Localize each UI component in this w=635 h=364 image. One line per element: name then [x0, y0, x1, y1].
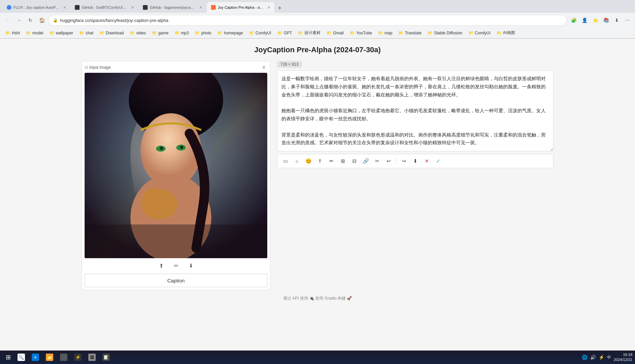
tab-label-1: FLUX : Joy caption AutoPro... — [13, 5, 60, 9]
toolbar-layout[interactable]: ⊟ — [349, 156, 360, 166]
toolbar-pencil[interactable]: ✏ — [326, 156, 337, 166]
media-icon: 🎵 — [60, 354, 67, 361]
collections-button[interactable]: 📚 — [601, 16, 611, 25]
favorite-button[interactable]: ⭐ — [591, 16, 600, 25]
url-text: huggingface.co/spaces/fancyfeast/joy-cap… — [60, 18, 563, 23]
back-button[interactable]: ← — [3, 16, 12, 25]
bookmark-youtube[interactable]: 📁 YouTube — [347, 30, 375, 36]
home-button[interactable]: 🏠 — [37, 16, 47, 25]
bookmark-map[interactable]: 📁 map — [375, 30, 395, 36]
image-panel-close-button[interactable]: ✕ — [261, 64, 267, 71]
svg-point-6 — [160, 147, 163, 150]
caption-button[interactable]: Caption — [85, 274, 267, 287]
tab-favicon-4 — [211, 5, 216, 10]
svg-point-7 — [180, 146, 183, 149]
search-icon: 🔍 — [18, 354, 25, 361]
extensions-button[interactable]: 🧩 — [569, 16, 578, 25]
image-edit-button[interactable]: ✏ — [171, 261, 181, 270]
toolbar-scissors[interactable]: ✂ — [372, 156, 383, 166]
bookmark-translate[interactable]: 📁 Translate — [396, 30, 424, 36]
browser-chrome: FLUX : Joy caption AutoPro... ✕ GitHub -… — [0, 0, 635, 39]
toolbar-emoji[interactable]: 😊 — [303, 156, 314, 166]
toolbar-undo[interactable]: ↩ — [383, 156, 394, 166]
bookmark-ai[interactable]: 📁 AI画图 — [494, 29, 517, 36]
text-panel: 728 × 913 ▭ ○ 😊 ↗ ✏ ⊞ ⊟ 🔗 ✂ ↩ ↪ ⬇ ✕ ✓ — [277, 61, 553, 168]
tab-2[interactable]: GitHub - EvilBT/ComfyUI_SI... ✕ — [71, 2, 138, 13]
files-icon: 📁 — [46, 354, 53, 361]
address-bar[interactable]: 🔒 huggingface.co/spaces/fancyfeast/joy-c… — [49, 15, 567, 26]
download-nav-button[interactable]: ⬇ — [612, 16, 622, 25]
bookmark-stable-diffusion[interactable]: 📁 Stable Diffusion — [425, 30, 465, 36]
taskbar-search[interactable]: 🔍 — [15, 351, 28, 363]
profile-button[interactable]: 👤 — [580, 16, 589, 25]
toolbar-arrow[interactable]: ↗ — [312, 153, 327, 169]
forward-button[interactable]: → — [14, 16, 24, 25]
bookmark-chat[interactable]: 📁 chat — [77, 30, 96, 36]
taskbar-edge[interactable]: e — [29, 351, 42, 363]
image-download-button[interactable]: ⬇ — [186, 261, 195, 270]
taskbar-app3[interactable]: 📝 — [100, 351, 113, 363]
toolbar-confirm[interactable]: ✓ — [433, 156, 444, 166]
bookmark-homepage[interactable]: 📁 homepage — [215, 30, 246, 36]
app2-icon: 🖼 — [88, 354, 96, 361]
bookmark-hshi[interactable]: 📁 Hshi — [3, 30, 23, 36]
edge-icon: e — [32, 354, 39, 361]
app1-icon: ⚡ — [74, 354, 82, 361]
toolbar-link[interactable]: 🔗 — [360, 156, 371, 166]
main-container: ⊟ Input Image ✕ — [82, 61, 553, 290]
refresh-button[interactable]: ↻ — [26, 16, 35, 25]
bookmark-gpt[interactable]: 📁 GPT — [275, 30, 295, 36]
bookmark-mp3[interactable]: 📁 mp3 — [172, 30, 191, 36]
toolbar-close[interactable]: ✕ — [421, 156, 432, 166]
bookmark-video[interactable]: 📁 video — [127, 30, 149, 36]
bookmark-photo[interactable]: 📁 photo — [192, 30, 214, 36]
taskbar-media[interactable]: 🎵 — [57, 351, 70, 363]
image-svg — [85, 73, 267, 258]
image-panel: ⊟ Input Image ✕ — [82, 61, 270, 290]
taskbar-files[interactable]: 📁 — [43, 351, 56, 363]
taskbar-clock[interactable]: 16:18 2024/12/21 — [614, 352, 632, 363]
toolbar-rectangle[interactable]: ▭ — [280, 156, 291, 166]
tab-favicon-3 — [143, 5, 148, 10]
image-panel-header-left: ⊟ Input Image — [85, 65, 111, 70]
taskbar: 🔍 e 📁 🎵 ⚡ 🖼 📝 🌐 🔊 ⚡ 中 16:18 2024/12/21 — [0, 351, 635, 364]
tab-4[interactable]: Joy Caption Pre Alpha - a H... ✕ — [207, 2, 274, 13]
tab-3[interactable]: GitHub - fpgaminer/joycapt... ✕ — [139, 2, 206, 13]
tray-volume-icon: 🔊 — [590, 355, 596, 360]
image-upload-button[interactable]: ⬆ — [156, 261, 166, 270]
bookmark-download[interactable]: 📁 Download — [97, 30, 126, 36]
bookmark-game[interactable]: 📁 game — [149, 30, 171, 36]
image-panel-header: ⊟ Input Image ✕ — [85, 64, 267, 71]
page-title: JoyCaption Pre-Alpha (2024-07-30a) — [254, 46, 381, 54]
tab-bar: FLUX : Joy caption AutoPro... ✕ GitHub -… — [0, 0, 635, 13]
taskbar-app2[interactable]: 🖼 — [86, 351, 98, 363]
tab-label-3: GitHub - fpgaminer/joycapt... — [150, 5, 196, 9]
image-tools: ⬆ ✏ ⬇ — [85, 261, 267, 270]
new-tab-button[interactable]: + — [275, 3, 284, 13]
page-footer: 通过 API 使用 🔌 使用 Gradio 构建 🚀 — [283, 296, 352, 301]
taskbar-app1[interactable]: ⚡ — [71, 351, 84, 363]
start-button[interactable] — [3, 352, 13, 363]
dimensions-badge: 728 × 913 — [277, 61, 302, 68]
page-content: JoyCaption Pre-Alpha (2024-07-30a) ⊟ Inp… — [0, 39, 635, 351]
tab-close-4[interactable]: ✕ — [267, 5, 270, 10]
tab-close-1[interactable]: ✕ — [63, 5, 66, 10]
bookmark-design[interactable]: 📁 设计素材 — [295, 29, 323, 36]
menu-button[interactable]: ⋯ — [623, 16, 632, 25]
bookmark-model[interactable]: 📁 model — [23, 30, 46, 36]
bookmark-wallpaper[interactable]: 📁 wallpaper — [47, 30, 76, 36]
toolbar-separator — [396, 157, 396, 165]
toolbar-save[interactable]: ⬇ — [410, 156, 421, 166]
bookmark-gmail[interactable]: 📁 Gmail — [324, 30, 346, 36]
tab-close-3[interactable]: ✕ — [199, 5, 202, 10]
bookmark-comfyui2[interactable]: 📁 ComfyUI — [466, 30, 493, 36]
tab-1[interactable]: FLUX : Joy caption AutoPro... ✕ — [3, 2, 70, 13]
toolbar-redo[interactable]: ↪ — [398, 156, 409, 166]
app3-icon: 📝 — [102, 354, 110, 361]
caption-textarea[interactable] — [277, 70, 553, 151]
taskbar-tray: 🌐 🔊 ⚡ 中 16:18 2024/12/21 — [582, 352, 632, 363]
toolbar-circle[interactable]: ○ — [292, 156, 302, 166]
bookmark-comfyui[interactable]: 📁 ComfyUI — [246, 30, 274, 36]
toolbar-image-box[interactable]: ⊞ — [337, 156, 348, 166]
tab-close-2[interactable]: ✕ — [131, 5, 134, 10]
